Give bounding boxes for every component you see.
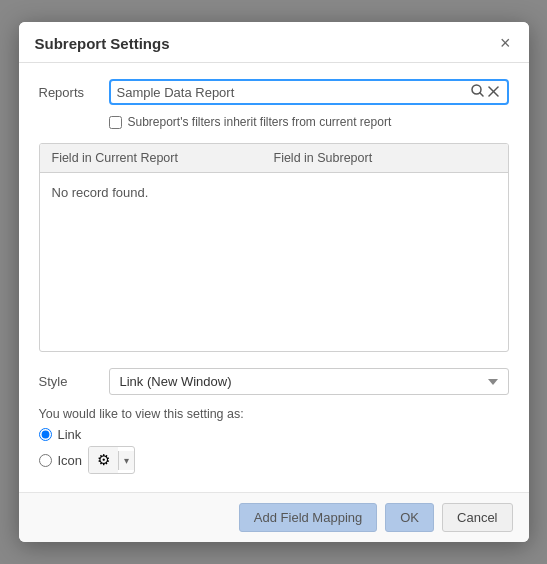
radio-link[interactable] [39, 428, 52, 441]
chevron-down-icon: ▾ [124, 455, 129, 466]
radio-icon[interactable] [39, 454, 52, 467]
radio-group: Link Icon ⚙ ▾ [39, 427, 509, 474]
inherit-filters-label: Subreport's filters inherit filters from… [128, 115, 392, 129]
style-row: Style Link (New Window) Link Icon [39, 368, 509, 395]
dialog-header: Subreport Settings × [19, 22, 529, 63]
reports-row: Reports [39, 79, 509, 105]
dialog-body: Reports Subrepor [19, 63, 529, 492]
icon-picker-arrow[interactable]: ▾ [118, 451, 134, 470]
close-button[interactable]: × [498, 34, 513, 52]
radio-icon-label: Icon [58, 453, 83, 468]
add-field-mapping-button[interactable]: Add Field Mapping [239, 503, 377, 532]
icon-gear: ⚙ [97, 451, 110, 469]
radio-link-label: Link [58, 427, 82, 442]
radio-icon-row: Icon ⚙ ▾ [39, 446, 509, 474]
search-wrapper [109, 79, 509, 105]
cancel-button[interactable]: Cancel [442, 503, 512, 532]
field-mapping-table: Field in Current Report Field in Subrepo… [39, 143, 509, 352]
dialog-footer: Add Field Mapping OK Cancel [19, 492, 529, 542]
col-field-current: Field in Current Report [52, 151, 274, 165]
radio-link-row: Link [39, 427, 509, 442]
view-setting-text: You would like to view this setting as: [39, 407, 509, 421]
reports-label: Reports [39, 85, 109, 100]
style-label: Style [39, 374, 109, 389]
dialog-title: Subreport Settings [35, 35, 170, 52]
clear-search-button[interactable] [486, 84, 501, 100]
svg-line-1 [479, 93, 482, 96]
style-select[interactable]: Link (New Window) Link Icon [109, 368, 509, 395]
search-icon-button[interactable] [469, 84, 486, 100]
col-field-subreport: Field in Subreport [274, 151, 496, 165]
icon-picker-button[interactable]: ⚙ ▾ [88, 446, 135, 474]
close-icon [488, 86, 499, 97]
inherit-filters-checkbox[interactable] [109, 116, 122, 129]
table-header: Field in Current Report Field in Subrepo… [40, 144, 508, 173]
icon-picker-main[interactable]: ⚙ [89, 447, 118, 473]
ok-button[interactable]: OK [385, 503, 434, 532]
reports-search-input[interactable] [117, 85, 469, 100]
inherit-filters-row: Subreport's filters inherit filters from… [109, 115, 509, 129]
subreport-settings-dialog: Subreport Settings × Reports [19, 22, 529, 542]
no-record-text: No record found. [52, 185, 149, 200]
table-body: No record found. [40, 173, 508, 293]
search-icon [471, 84, 484, 97]
view-setting-row: You would like to view this setting as: … [39, 407, 509, 474]
